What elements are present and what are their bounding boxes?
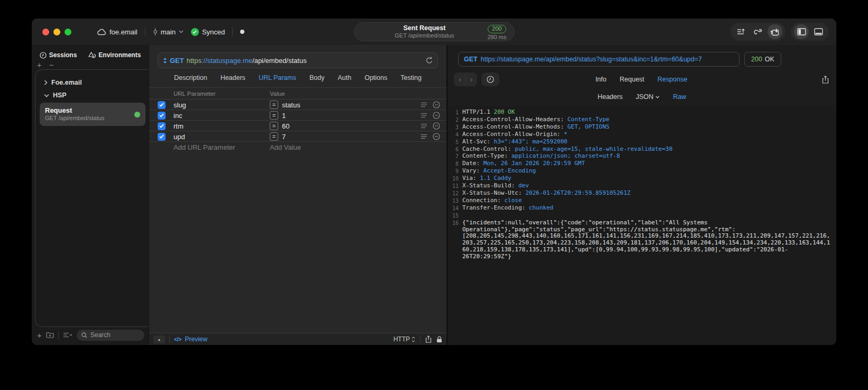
tab-sessions[interactable]: Sessions <box>40 51 77 59</box>
param-name-field[interactable]: upd <box>173 133 270 141</box>
resend-request-button[interactable] <box>426 57 433 64</box>
response-body[interactable]: 1HTTP/1.1 200 OK2Access-Control-Allow-He… <box>447 106 836 345</box>
line-number: 8 <box>447 160 462 168</box>
param-name-field[interactable]: rtm <box>173 122 270 130</box>
param-row-upd: upd=7 <box>149 131 446 142</box>
equals-operator-icon[interactable]: = <box>270 101 278 109</box>
sync-status[interactable]: Synced <box>191 28 225 36</box>
param-name-field[interactable]: inc <box>173 112 270 120</box>
line-number: 14 <box>447 205 462 212</box>
column-header-value: Value <box>270 90 417 97</box>
add-param-row: Add URL Parameter Add Value <box>149 142 446 152</box>
method-select-icon[interactable] <box>163 58 167 64</box>
tree-item-hsp[interactable]: HSP <box>35 89 149 102</box>
branch-selector[interactable]: main <box>153 28 184 36</box>
add-value-field[interactable]: Add Value <box>270 143 417 151</box>
chevron-down-icon <box>44 94 49 97</box>
tab-body[interactable]: Body <box>309 74 325 81</box>
response-tab-request[interactable]: Request <box>620 76 645 83</box>
equals-operator-icon[interactable]: = <box>270 122 278 130</box>
remove-session-button[interactable]: − <box>49 60 54 69</box>
request-method[interactable]: GET <box>170 57 184 65</box>
response-header-line: 5Alt-Svc: h3=":443"; ma=2592000 <box>447 139 836 146</box>
request-list-item[interactable]: Request GET /api/embed/status <box>40 103 145 126</box>
param-value-field[interactable]: 7 <box>282 133 286 141</box>
sent-request-subtitle: GET /api/embed/status <box>362 32 488 39</box>
divider <box>420 335 421 343</box>
zoom-window-button[interactable] <box>65 29 71 35</box>
tab-sessions-label: Sessions <box>49 51 77 59</box>
drag-handle-icon[interactable] <box>421 123 427 129</box>
preview-button[interactable]: </> Preview <box>174 335 207 343</box>
sidebar-search-input[interactable]: Search <box>77 330 144 341</box>
tab-environments[interactable]: Environments <box>88 51 141 59</box>
app-window: foe.email main Synced <box>32 19 836 345</box>
remove-param-button[interactable] <box>433 133 440 140</box>
clock-icon <box>40 52 47 59</box>
share-button[interactable] <box>425 335 432 343</box>
equals-operator-icon[interactable]: = <box>270 111 278 120</box>
response-status-line: 1HTTP/1.1 200 OK <box>447 109 836 116</box>
sidebar: Sessions Environments + − <box>32 45 149 345</box>
import-export-button[interactable] <box>734 24 748 39</box>
drag-handle-icon[interactable] <box>421 134 427 139</box>
toolbar-group-actions <box>730 23 785 41</box>
sent-request-pill[interactable]: Sent Request GET /api/embed/status 200 2… <box>354 22 515 41</box>
param-checkbox[interactable] <box>158 112 166 120</box>
nav-back-button[interactable]: ‹ <box>459 75 461 84</box>
workspace-menu[interactable]: foe.email <box>97 28 138 36</box>
param-checkbox[interactable] <box>158 101 166 109</box>
add-session-button[interactable]: + <box>37 60 42 69</box>
add-request-button[interactable]: + <box>37 331 42 340</box>
lock-icon[interactable] <box>436 336 442 343</box>
divider <box>145 28 145 36</box>
export-response-button[interactable] <box>822 76 829 84</box>
remove-param-button[interactable] <box>433 122 440 130</box>
response-url-display[interactable]: GET https://statuspage.me/api/embed/stat… <box>458 52 739 67</box>
request-url-bar[interactable]: GET https://statuspage.me/api/embed/stat… <box>158 52 438 68</box>
response-subtab-raw[interactable]: Raw <box>673 93 686 101</box>
response-tab-response[interactable]: Response <box>657 76 687 83</box>
sort-options-button[interactable] <box>63 332 72 338</box>
response-subtab-json[interactable]: JSON <box>636 93 660 101</box>
nav-forward-button[interactable]: › <box>470 75 473 84</box>
param-checkbox[interactable] <box>158 133 166 141</box>
history-button[interactable] <box>481 72 499 86</box>
tab-url-params[interactable]: URL Params <box>259 74 296 81</box>
param-value-field[interactable]: 60 <box>282 122 289 130</box>
toggle-left-sidebar-button[interactable] <box>794 24 809 39</box>
drag-handle-icon[interactable] <box>421 102 427 107</box>
remove-param-button[interactable] <box>433 112 440 119</box>
remove-param-button[interactable] <box>433 101 440 108</box>
param-checkbox[interactable] <box>158 122 166 130</box>
tab-auth[interactable]: Auth <box>337 74 351 81</box>
tab-testing[interactable]: Testing <box>400 74 422 81</box>
tab-options[interactable]: Options <box>364 74 387 81</box>
tree-item-foe-email[interactable]: Foe.email <box>35 76 149 89</box>
response-subtab-headers[interactable]: Headers <box>598 93 623 101</box>
line-number: 13 <box>447 197 462 205</box>
request-response-toggle-button[interactable] <box>768 24 782 39</box>
toggle-bottom-panel-button[interactable] <box>811 24 826 39</box>
line-number: 9 <box>447 168 462 175</box>
param-name-field[interactable]: slug <box>173 101 270 109</box>
close-window-button[interactable] <box>42 29 49 35</box>
response-header-line: 3Access-Control-Allow-Methods: GET, OPTI… <box>447 124 836 131</box>
merge-button[interactable] <box>751 24 765 39</box>
protocol-selector[interactable]: HTTP <box>394 335 415 343</box>
param-value-field[interactable]: 1 <box>282 112 286 120</box>
divider <box>465 76 466 83</box>
equals-operator-icon[interactable]: = <box>270 132 278 141</box>
request-url-input[interactable]: https://statuspage.me/api/embed/status <box>187 57 423 65</box>
minimize-window-button[interactable] <box>53 29 60 35</box>
collapse-panel-button[interactable]: ▲ <box>153 335 165 343</box>
response-header-line: 2Access-Control-Allow-Headers: Content-T… <box>447 116 836 124</box>
tab-description[interactable]: Description <box>174 74 207 81</box>
response-tab-info[interactable]: Info <box>596 76 607 83</box>
tab-headers[interactable]: Headers <box>221 74 245 81</box>
line-number: 10 <box>447 175 462 183</box>
param-value-field[interactable]: status <box>282 101 300 109</box>
add-url-parameter-field[interactable]: Add URL Parameter <box>173 143 270 151</box>
new-folder-button[interactable] <box>46 332 54 338</box>
drag-handle-icon[interactable] <box>421 113 427 118</box>
